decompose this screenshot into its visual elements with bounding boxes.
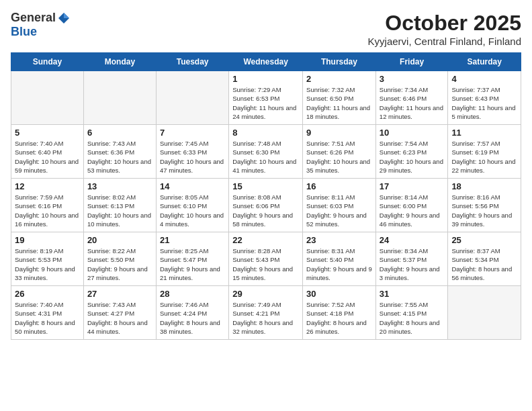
calendar-cell	[11, 71, 84, 125]
day-info: Sunrise: 8:19 AMSunset: 5:53 PMDaylight:…	[15, 246, 80, 282]
weekday-header-monday: Monday	[83, 53, 156, 71]
calendar-cell: 19Sunrise: 8:19 AMSunset: 5:53 PMDayligh…	[11, 232, 84, 286]
day-info: Sunrise: 8:25 AMSunset: 5:47 PMDaylight:…	[160, 246, 225, 282]
calendar-cell: 17Sunrise: 8:14 AMSunset: 6:00 PMDayligh…	[375, 179, 448, 232]
calendar-cell	[448, 286, 521, 340]
day-info: Sunrise: 7:57 AMSunset: 6:19 PMDaylight:…	[451, 139, 517, 175]
day-info: Sunrise: 7:32 AMSunset: 6:50 PMDaylight:…	[306, 85, 372, 121]
logo-blue-text: Blue	[11, 25, 37, 39]
calendar-cell: 7Sunrise: 7:45 AMSunset: 6:33 PMDaylight…	[156, 125, 228, 179]
day-info: Sunrise: 7:54 AMSunset: 6:23 PMDaylight:…	[380, 139, 445, 175]
day-number: 18	[451, 181, 517, 191]
weekday-header-friday: Friday	[375, 53, 448, 71]
day-number: 27	[87, 289, 152, 299]
calendar-cell: 4Sunrise: 7:37 AMSunset: 6:43 PMDaylight…	[448, 71, 521, 125]
calendar-cell: 26Sunrise: 7:40 AMSunset: 4:31 PMDayligh…	[11, 286, 84, 340]
calendar-cell	[156, 71, 228, 125]
day-number: 7	[160, 128, 225, 138]
calendar-cell: 28Sunrise: 7:46 AMSunset: 4:24 PMDayligh…	[156, 286, 228, 340]
day-info: Sunrise: 8:28 AMSunset: 5:43 PMDaylight:…	[232, 246, 299, 282]
day-info: Sunrise: 7:49 AMSunset: 4:21 PMDaylight:…	[232, 300, 299, 336]
day-info: Sunrise: 8:14 AMSunset: 6:00 PMDaylight:…	[380, 193, 445, 228]
calendar-cell: 6Sunrise: 7:43 AMSunset: 6:36 PMDaylight…	[83, 125, 156, 179]
logo-general-text: General	[11, 11, 56, 25]
day-number: 3	[380, 74, 445, 84]
day-info: Sunrise: 7:43 AMSunset: 6:36 PMDaylight:…	[87, 139, 152, 175]
day-info: Sunrise: 7:34 AMSunset: 6:46 PMDaylight:…	[380, 85, 445, 121]
day-info: Sunrise: 7:46 AMSunset: 4:24 PMDaylight:…	[160, 300, 225, 336]
calendar-cell: 13Sunrise: 8:02 AMSunset: 6:13 PMDayligh…	[83, 179, 156, 232]
location-text: Kyyjaervi, Central Finland, Finland	[368, 36, 521, 47]
calendar-cell: 29Sunrise: 7:49 AMSunset: 4:21 PMDayligh…	[229, 286, 303, 340]
day-number: 22	[232, 235, 299, 245]
day-info: Sunrise: 7:51 AMSunset: 6:26 PMDaylight:…	[306, 139, 372, 175]
calendar-table: SundayMondayTuesdayWednesdayThursdayFrid…	[11, 52, 521, 340]
day-info: Sunrise: 7:48 AMSunset: 6:30 PMDaylight:…	[232, 139, 299, 175]
calendar-cell: 5Sunrise: 7:40 AMSunset: 6:40 PMDaylight…	[11, 125, 84, 179]
calendar-cell: 11Sunrise: 7:57 AMSunset: 6:19 PMDayligh…	[448, 125, 521, 179]
calendar-cell: 18Sunrise: 8:16 AMSunset: 5:56 PMDayligh…	[448, 179, 521, 232]
day-info: Sunrise: 8:16 AMSunset: 5:56 PMDaylight:…	[451, 193, 517, 228]
calendar-week-row: 1Sunrise: 7:29 AMSunset: 6:53 PMDaylight…	[11, 71, 521, 125]
day-info: Sunrise: 7:29 AMSunset: 6:53 PMDaylight:…	[232, 85, 299, 121]
calendar-cell: 1Sunrise: 7:29 AMSunset: 6:53 PMDaylight…	[229, 71, 303, 125]
day-info: Sunrise: 7:43 AMSunset: 4:27 PMDaylight:…	[87, 300, 152, 336]
day-number: 8	[232, 128, 299, 138]
calendar-week-row: 5Sunrise: 7:40 AMSunset: 6:40 PMDaylight…	[11, 125, 521, 179]
weekday-header-sunday: Sunday	[11, 53, 84, 71]
calendar-cell: 21Sunrise: 8:25 AMSunset: 5:47 PMDayligh…	[156, 232, 228, 286]
weekday-header-row: SundayMondayTuesdayWednesdayThursdayFrid…	[11, 53, 521, 71]
day-number: 19	[15, 235, 80, 245]
calendar-cell: 20Sunrise: 8:22 AMSunset: 5:50 PMDayligh…	[83, 232, 156, 286]
calendar-cell: 23Sunrise: 8:31 AMSunset: 5:40 PMDayligh…	[303, 232, 376, 286]
day-number: 6	[87, 128, 152, 138]
day-number: 1	[232, 74, 299, 84]
day-number: 28	[160, 289, 225, 299]
day-info: Sunrise: 7:59 AMSunset: 6:16 PMDaylight:…	[15, 193, 80, 228]
day-number: 11	[451, 128, 517, 138]
day-number: 9	[306, 128, 372, 138]
calendar-cell: 14Sunrise: 8:05 AMSunset: 6:10 PMDayligh…	[156, 179, 228, 232]
day-number: 2	[306, 74, 372, 84]
calendar-cell: 10Sunrise: 7:54 AMSunset: 6:23 PMDayligh…	[375, 125, 448, 179]
logo-icon	[57, 11, 71, 25]
month-title: October 2025	[368, 11, 521, 36]
day-number: 12	[15, 181, 80, 191]
calendar-cell: 30Sunrise: 7:52 AMSunset: 4:18 PMDayligh…	[303, 286, 376, 340]
day-info: Sunrise: 8:05 AMSunset: 6:10 PMDaylight:…	[160, 193, 225, 228]
weekday-header-wednesday: Wednesday	[229, 53, 303, 71]
day-info: Sunrise: 7:40 AMSunset: 4:31 PMDaylight:…	[15, 300, 80, 336]
calendar-cell: 9Sunrise: 7:51 AMSunset: 6:26 PMDaylight…	[303, 125, 376, 179]
calendar-week-row: 12Sunrise: 7:59 AMSunset: 6:16 PMDayligh…	[11, 179, 521, 232]
day-number: 5	[15, 128, 80, 138]
day-number: 31	[380, 289, 445, 299]
day-number: 23	[306, 235, 372, 245]
day-info: Sunrise: 8:31 AMSunset: 5:40 PMDaylight:…	[306, 246, 372, 282]
day-number: 21	[160, 235, 225, 245]
calendar-cell: 22Sunrise: 8:28 AMSunset: 5:43 PMDayligh…	[229, 232, 303, 286]
day-info: Sunrise: 7:40 AMSunset: 6:40 PMDaylight:…	[15, 139, 80, 175]
calendar-cell: 2Sunrise: 7:32 AMSunset: 6:50 PMDaylight…	[303, 71, 376, 125]
day-info: Sunrise: 7:45 AMSunset: 6:33 PMDaylight:…	[160, 139, 225, 175]
day-info: Sunrise: 8:22 AMSunset: 5:50 PMDaylight:…	[87, 246, 152, 282]
logo: General Blue	[11, 11, 71, 39]
calendar-week-row: 19Sunrise: 8:19 AMSunset: 5:53 PMDayligh…	[11, 232, 521, 286]
weekday-header-saturday: Saturday	[448, 53, 521, 71]
day-number: 10	[380, 128, 445, 138]
day-number: 26	[15, 289, 80, 299]
day-number: 4	[451, 74, 517, 84]
day-number: 29	[232, 289, 299, 299]
day-info: Sunrise: 7:37 AMSunset: 6:43 PMDaylight:…	[451, 85, 517, 121]
day-number: 25	[451, 235, 517, 245]
day-number: 20	[87, 235, 152, 245]
calendar-cell: 25Sunrise: 8:37 AMSunset: 5:34 PMDayligh…	[448, 232, 521, 286]
day-info: Sunrise: 8:37 AMSunset: 5:34 PMDaylight:…	[451, 246, 517, 282]
day-info: Sunrise: 7:55 AMSunset: 4:15 PMDaylight:…	[380, 300, 445, 336]
calendar-cell: 27Sunrise: 7:43 AMSunset: 4:27 PMDayligh…	[83, 286, 156, 340]
day-info: Sunrise: 8:11 AMSunset: 6:03 PMDaylight:…	[306, 193, 372, 228]
calendar-cell: 15Sunrise: 8:08 AMSunset: 6:06 PMDayligh…	[229, 179, 303, 232]
day-number: 13	[87, 181, 152, 191]
day-number: 17	[380, 181, 445, 191]
day-number: 30	[306, 289, 372, 299]
page-header: General Blue October 2025 Kyyjaervi, Cen…	[11, 11, 521, 47]
